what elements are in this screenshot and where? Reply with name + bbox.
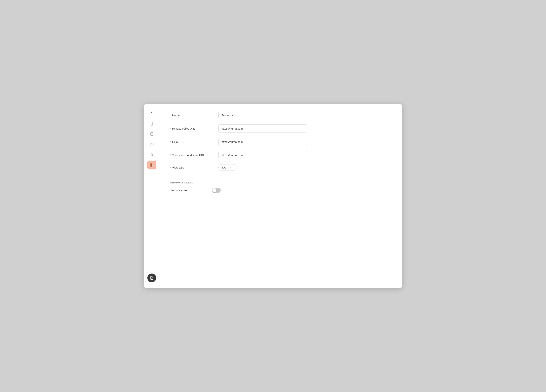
section-divider (170, 176, 314, 176)
authorised-rep-row: Authorised rep (170, 188, 314, 193)
gallery-icon (150, 142, 154, 146)
name-label: * Name (170, 114, 218, 117)
name-input[interactable] (218, 111, 307, 119)
sidebar-item-settings[interactable] (147, 161, 156, 169)
terms-field-row: * Terms and conditions URL (170, 151, 314, 159)
product-label-heading: PRODUCT LABEL (170, 181, 314, 184)
settings-gear-icon (150, 163, 154, 167)
report-icon (150, 276, 154, 280)
sidebar-item-mobile[interactable] (147, 119, 156, 128)
eula-label: * Eula URL (170, 140, 218, 143)
product-label-section: PRODUCT LABEL Authorised rep (170, 181, 314, 193)
privacy-input[interactable] (218, 124, 307, 133)
sidebar-item-database[interactable] (147, 129, 156, 138)
view-type-label: * View type (170, 166, 218, 169)
eula-input[interactable] (218, 138, 307, 146)
view-type-dropdown[interactable]: DCT (218, 164, 237, 171)
app-window: * Name * Privacy policy URL * Eula URL *… (144, 104, 402, 288)
database-icon (150, 132, 154, 136)
authorised-rep-toggle[interactable] (212, 188, 221, 193)
name-field-row: * Name (170, 111, 314, 119)
mobile-icon (150, 122, 154, 126)
chevron-down-icon (229, 166, 232, 169)
main-content: * Name * Privacy policy URL * Eula URL *… (160, 104, 402, 288)
sidebar-item-gallery[interactable] (147, 140, 156, 149)
eula-field-row: * Eula URL (170, 138, 314, 146)
back-arrow-icon (150, 110, 154, 114)
view-type-field-row: * View type DCT (170, 164, 314, 171)
terms-input[interactable] (218, 151, 307, 159)
watch-icon (150, 153, 154, 157)
terms-label: * Terms and conditions URL (170, 154, 218, 157)
toggle-thumb (212, 188, 216, 192)
svg-point-9 (151, 164, 152, 166)
back-button[interactable] (148, 108, 156, 116)
authorised-rep-label: Authorised rep (170, 189, 207, 192)
form-section: * Name * Privacy policy URL * Eula URL *… (170, 111, 314, 197)
svg-point-4 (151, 143, 151, 144)
sidebar (144, 104, 160, 288)
svg-point-2 (151, 132, 153, 133)
privacy-field-row: * Privacy policy URL (170, 124, 314, 133)
view-type-value: DCT (222, 166, 228, 169)
sidebar-item-watch[interactable] (147, 150, 156, 159)
report-button[interactable] (147, 274, 156, 282)
toggle-track (212, 188, 221, 193)
privacy-label: * Privacy policy URL (170, 127, 218, 130)
